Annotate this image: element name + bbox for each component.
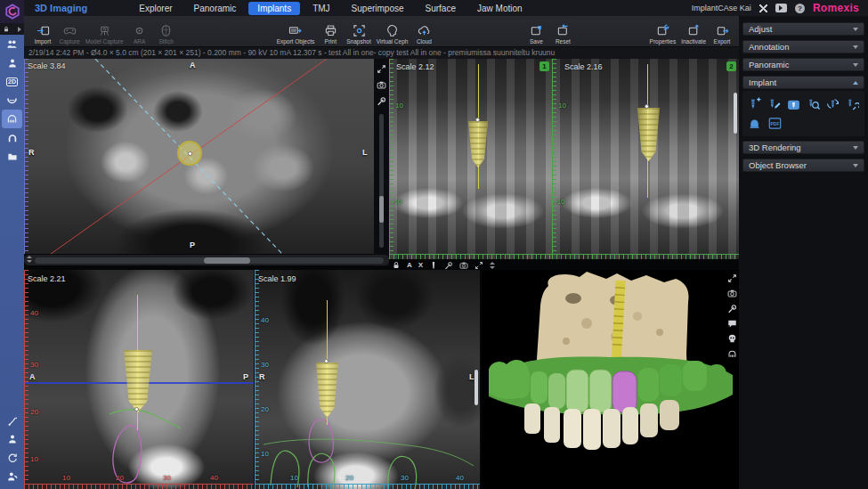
implant-settings-button[interactable] — [844, 94, 862, 112]
panel-panoramic[interactable]: Panoramic — [742, 58, 864, 71]
slice-slider-thumb[interactable] — [379, 196, 384, 223]
wrench-icon[interactable] — [377, 96, 386, 106]
verify-implant-button[interactable] — [824, 94, 842, 112]
sidebar-item-storage[interactable] — [0, 147, 24, 166]
model-capture-button[interactable]: Model Capture — [83, 24, 126, 45]
sidebar-item-2d-images[interactable]: 2D — [0, 72, 24, 91]
implant-pin-icon[interactable] — [429, 261, 438, 270]
ara-button[interactable]: ARA — [126, 24, 153, 45]
tab-implants[interactable]: Implants — [248, 2, 300, 15]
find-implant-button[interactable] — [805, 94, 823, 112]
cross-scrollbar-thumb[interactable] — [475, 370, 478, 405]
sidebar-item-scanner[interactable] — [0, 411, 24, 429]
camera-icon[interactable] — [377, 80, 386, 90]
tab-superimpose[interactable]: Superimpose — [343, 2, 413, 15]
snapshot-button[interactable]: Snapshot — [344, 24, 373, 45]
panel-adjust[interactable]: Adjust — [742, 22, 864, 36]
tab-explorer[interactable]: Explorer — [130, 2, 181, 15]
panoramic-view-2[interactable]: 10 -10 Scale 2.16 2 — [552, 59, 739, 259]
panoramic-view-1[interactable]: 10 -10 Scale 2.12 1 — [389, 59, 552, 259]
tab-panoramic[interactable]: Panoramic — [185, 2, 246, 15]
cloud-button[interactable]: Cloud — [410, 24, 437, 45]
collapse-arrows-icon[interactable] — [490, 262, 495, 269]
expand-view-icon[interactable] — [727, 273, 737, 283]
implant-handle-dot[interactable] — [324, 359, 329, 363]
sidebar-item-3d-imaging[interactable] — [2, 110, 22, 128]
chevron-down-icon — [853, 164, 858, 167]
skull-icon[interactable] — [727, 334, 737, 344]
render-3d-model[interactable] — [482, 270, 739, 489]
tab-surface[interactable]: Surface — [417, 2, 465, 15]
print-button[interactable]: Print — [317, 24, 344, 45]
stitch-button[interactable]: Stitch — [153, 24, 180, 45]
reset-button[interactable]: Reset — [549, 24, 576, 45]
implant-handle-dot[interactable] — [475, 118, 480, 122]
sidebar-item-patients[interactable] — [0, 35, 24, 53]
jaw-icon[interactable] — [727, 349, 737, 359]
panoramic-ct-image-1[interactable] — [389, 59, 552, 259]
panel-object-browser[interactable]: Object Browser — [742, 159, 864, 172]
implant-handle-dot[interactable] — [134, 407, 139, 412]
patients-group-icon — [6, 38, 18, 50]
sidebar-item-add-user[interactable] — [0, 429, 24, 448]
panel-implant[interactable]: Implant — [742, 76, 864, 89]
capture-button[interactable]: Capture — [56, 24, 83, 45]
topbar-right-group: ImplantCAse Kai ? Romexis — [692, 2, 859, 14]
panoramic-ct-image-2[interactable] — [552, 59, 739, 259]
implant-center-dot[interactable] — [188, 151, 192, 156]
view-badge-2[interactable]: 2 — [726, 61, 736, 71]
smile-icon — [6, 94, 18, 106]
wrench-icon[interactable] — [444, 261, 453, 270]
export-objects-button[interactable]: Export Objects — [274, 24, 318, 45]
implant-handle-dot[interactable] — [645, 104, 649, 109]
crown-button[interactable] — [745, 114, 764, 132]
sidebar-item-user-access[interactable] — [0, 467, 24, 485]
scrollbar-arrows[interactable] — [27, 256, 32, 263]
tab-tmj[interactable]: TMJ — [304, 2, 338, 15]
panel-annotation[interactable]: Annotation — [742, 40, 864, 53]
video-tutorial-icon[interactable] — [775, 4, 787, 12]
delete-x-icon[interactable]: X — [418, 261, 423, 269]
properties-button[interactable]: Properties — [647, 24, 679, 45]
help-icon[interactable]: ? — [795, 4, 805, 13]
render-3d-view[interactable] — [482, 270, 739, 489]
axial-tool-strip — [374, 59, 389, 266]
sidebar-item-arch[interactable] — [0, 128, 24, 147]
lock-icon[interactable] — [392, 261, 401, 270]
app-logo[interactable] — [0, 0, 24, 23]
export-button[interactable]: Export — [709, 24, 735, 45]
expand-view-icon[interactable] — [377, 64, 386, 74]
wrench-icon[interactable] — [727, 304, 737, 314]
expand-view-icon[interactable] — [475, 261, 483, 270]
scrollbar-track[interactable] — [35, 257, 384, 264]
sidebar-item-smile-design[interactable] — [0, 91, 24, 110]
scale-label: Scale 2.16 — [564, 62, 603, 71]
inactivate-button[interactable]: Inactivate — [678, 24, 709, 45]
cross-section-view[interactable]: 40 30 20 10 10 20 30 40 Scale 1.99 R L — [255, 270, 480, 489]
chevron-right-icon — [18, 27, 21, 32]
pano2-scrollbar-thumb[interactable] — [734, 93, 737, 134]
camera-icon[interactable] — [727, 289, 737, 298]
sagittal-view[interactable]: 40 30 20 10 10 20 30 40 Scale 2.21 A P — [24, 270, 254, 489]
comment-icon[interactable] — [727, 319, 737, 329]
panel-3d-rendering[interactable]: 3D Rendering — [742, 141, 864, 154]
annotation-a-icon[interactable]: A — [407, 261, 412, 269]
scrollbar-thumb[interactable] — [204, 257, 250, 264]
edit-implant-button[interactable] — [765, 94, 783, 112]
axial-scrollbar[interactable] — [24, 255, 389, 265]
virtual-ceph-button[interactable]: Virtual Ceph — [374, 24, 411, 45]
view-badge-1[interactable]: 1 — [539, 61, 549, 71]
sidebar-item-patient[interactable] — [0, 53, 24, 72]
sidebar-lock-row[interactable] — [0, 23, 24, 35]
implant-model-button[interactable] — [784, 94, 802, 112]
save-button[interactable]: Save — [523, 24, 549, 45]
pdf-export-button[interactable]: PDF — [766, 114, 784, 132]
tab-jaw-motion[interactable]: Jaw Motion — [468, 2, 531, 15]
add-implant-button[interactable] — [745, 94, 763, 112]
import-button[interactable]: Import — [29, 24, 56, 45]
axial-view[interactable]: Scale 3.84 A R L P — [24, 59, 374, 254]
sidebar-item-sync[interactable] — [0, 448, 24, 467]
slice-slider-track[interactable] — [379, 114, 384, 248]
camera-icon[interactable] — [459, 261, 468, 270]
close-case-icon[interactable] — [759, 4, 767, 12]
